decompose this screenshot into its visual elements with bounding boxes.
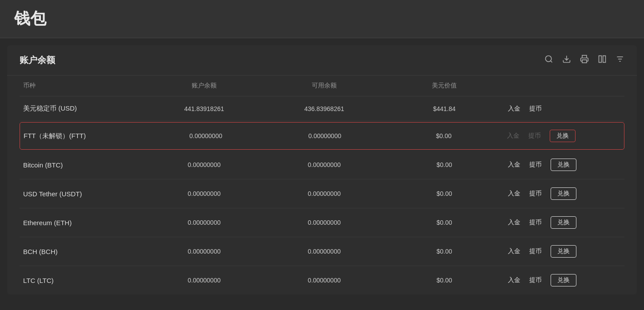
header-icons <box>544 55 624 66</box>
actions-ltc: 入金 提币 兑换 <box>504 274 624 286</box>
deposit-btn-usd[interactable]: 入金 <box>508 105 520 113</box>
table-row-bch: BCH (BCH) 0.00000000 0.00000000 $0.00 入金… <box>20 237 624 266</box>
balance-ftt: 0.00000000 <box>146 132 266 139</box>
convert-btn-btc[interactable]: 兑换 <box>551 159 576 171</box>
withdraw-btn-ltc[interactable]: 提币 <box>529 276 542 284</box>
col-header-usd: 美元价值 <box>384 82 504 90</box>
currency-eth: Ethereum (ETH) <box>20 219 144 227</box>
withdraw-btn-bch[interactable]: 提币 <box>529 247 542 255</box>
convert-btn-eth[interactable]: 兑换 <box>551 216 576 229</box>
currency-usd: 美元稳定币 (USD) <box>20 104 144 113</box>
download-icon[interactable] <box>562 55 571 66</box>
available-eth: 0.00000000 <box>264 219 384 226</box>
columns-icon[interactable] <box>598 55 607 66</box>
col-header-actions <box>504 82 624 90</box>
available-ltc: 0.00000000 <box>264 277 384 284</box>
table-header: 币种 账户余额 可用余额 美元价值 <box>20 76 624 96</box>
actions-btc: 入金 提币 兑换 <box>504 159 624 171</box>
balance-ltc: 0.00000000 <box>144 277 264 284</box>
svg-rect-4 <box>599 56 602 63</box>
deposit-btn-eth[interactable]: 入金 <box>508 219 520 227</box>
col-header-available: 可用余额 <box>264 82 384 90</box>
col-header-balance: 账户余额 <box>144 82 264 90</box>
section-title: 账户余额 <box>20 54 55 66</box>
page-title: 钱包 <box>14 9 46 28</box>
available-bch: 0.00000000 <box>264 248 384 255</box>
deposit-btn-ftt: 入金 <box>507 132 519 140</box>
filter-icon[interactable] <box>616 55 624 66</box>
usd-value-usdt: $0.00 <box>384 190 504 197</box>
balance-bch: 0.00000000 <box>144 248 264 255</box>
currency-usdt: USD Tether (USDT) <box>20 190 144 198</box>
usd-value-btc: $0.00 <box>384 161 504 168</box>
search-icon[interactable] <box>544 55 553 66</box>
deposit-btn-usdt[interactable]: 入金 <box>508 190 520 198</box>
withdraw-btn-usd[interactable]: 提币 <box>529 105 542 113</box>
svg-line-1 <box>551 61 552 63</box>
actions-usdt: 入金 提币 兑换 <box>504 187 624 200</box>
convert-btn-ftt[interactable]: 兑换 <box>550 130 576 142</box>
convert-btn-ltc[interactable]: 兑换 <box>551 274 576 286</box>
usd-value-usd: $441.84 <box>384 105 504 112</box>
actions-bch: 入金 提币 兑换 <box>504 245 624 258</box>
table-row: 美元稳定币 (USD) 441.83918261 436.83968261 $4… <box>20 96 624 121</box>
table-row-btc: Bitcoin (BTC) 0.00000000 0.00000000 $0.0… <box>20 151 624 179</box>
usd-value-bch: $0.00 <box>384 248 504 255</box>
section-header: 账户余额 <box>7 45 637 76</box>
svg-rect-5 <box>603 56 606 63</box>
withdraw-btn-eth[interactable]: 提币 <box>529 219 542 227</box>
withdraw-btn-usdt[interactable]: 提币 <box>529 190 542 198</box>
usd-value-ltc: $0.00 <box>384 277 504 284</box>
currency-ltc: LTC (LTC) <box>20 277 144 284</box>
table-row-ltc: LTC (LTC) 0.00000000 0.00000000 $0.00 入金… <box>20 266 624 294</box>
currency-bch: BCH (BCH) <box>20 248 144 255</box>
svg-rect-3 <box>582 60 587 63</box>
convert-btn-usdt[interactable]: 兑换 <box>551 187 576 200</box>
balance-usdt: 0.00000000 <box>144 190 264 197</box>
withdraw-btn-ftt: 提币 <box>528 132 541 140</box>
deposit-btn-bch[interactable]: 入金 <box>508 247 520 255</box>
table-row-usdt: USD Tether (USDT) 0.00000000 0.00000000 … <box>20 179 624 208</box>
currency-btc: Bitcoin (BTC) <box>20 161 144 169</box>
available-usdt: 0.00000000 <box>264 190 384 197</box>
print-icon[interactable] <box>580 55 589 66</box>
balance-eth: 0.00000000 <box>144 219 264 226</box>
actions-ftt: 入金 提币 兑换 <box>503 130 623 142</box>
withdraw-btn-btc[interactable]: 提币 <box>529 161 542 169</box>
usd-value-ftt: $0.00 <box>384 132 503 139</box>
main-content: 账户余额 <box>7 45 637 294</box>
usd-value-eth: $0.00 <box>384 219 504 226</box>
currency-ftt: FTT（未解锁）(FTT) <box>22 132 146 140</box>
convert-btn-bch[interactable]: 兑换 <box>551 245 576 258</box>
deposit-btn-ltc[interactable]: 入金 <box>508 276 520 284</box>
actions-usd: 入金 提币 <box>504 105 624 113</box>
col-header-currency: 币种 <box>20 82 144 90</box>
available-usd: 436.83968261 <box>264 105 384 112</box>
balance-usd: 441.83918261 <box>144 105 264 112</box>
balance-btc: 0.00000000 <box>144 161 264 168</box>
table-container: 币种 账户余额 可用余额 美元价值 美元稳定币 (USD) 441.839182… <box>7 76 637 294</box>
table-row-eth: Ethereum (ETH) 0.00000000 0.00000000 $0.… <box>20 208 624 237</box>
actions-eth: 入金 提币 兑换 <box>504 216 624 229</box>
svg-point-0 <box>546 56 551 62</box>
table-row-ftt: FTT（未解锁）(FTT) 0.00000000 0.00000000 $0.0… <box>20 122 624 150</box>
available-btc: 0.00000000 <box>264 161 384 168</box>
page-header: 钱包 <box>0 0 644 38</box>
deposit-btn-btc[interactable]: 入金 <box>508 161 520 169</box>
available-ftt: 0.00000000 <box>266 132 385 139</box>
